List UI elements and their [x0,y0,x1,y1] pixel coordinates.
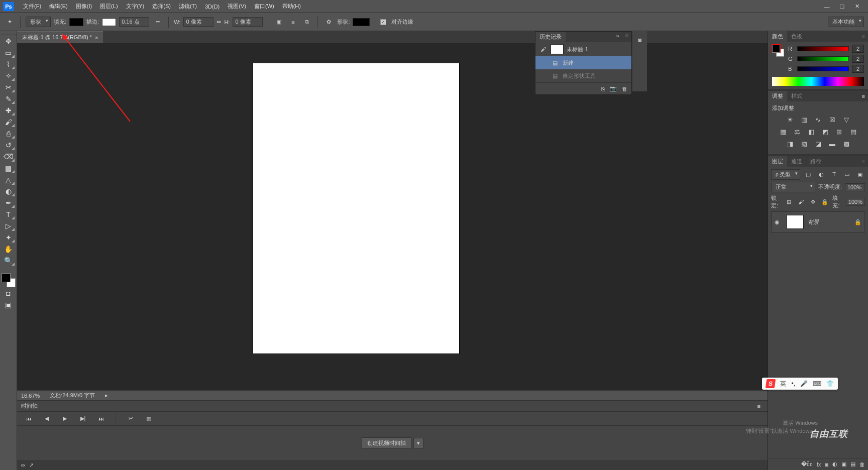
crop-tool[interactable]: ✂ [2,82,15,93]
color-panel-swatches[interactable] [772,45,784,57]
screen-mode-icon[interactable]: ▣ [2,299,15,310]
gear-icon[interactable]: ✿ [323,17,334,28]
g-value[interactable]: 2 [852,55,864,63]
blend-mode-dropdown[interactable]: 正常 [771,182,815,192]
adjustments-tab[interactable]: 调整 [768,91,787,101]
exposure-icon[interactable]: ☒ [828,115,837,124]
filter-adjust-icon[interactable]: ◐ [816,169,826,180]
posterize-icon[interactable]: ▧ [800,139,809,148]
color-panel-menu-icon[interactable]: ≡ [859,34,868,40]
foreground-background-swatches[interactable] [2,273,16,287]
path-ops-icon[interactable]: ▣ [273,17,284,28]
hue-sat-icon[interactable]: ▦ [779,127,788,136]
color-spectrum[interactable] [772,77,864,86]
pen-tool[interactable]: ✒ [2,197,15,208]
lasso-tool[interactable]: ⌇ [2,59,15,70]
invert-icon[interactable]: ◨ [786,139,795,148]
b-slider[interactable] [797,66,849,71]
ime-voice-icon[interactable]: 🎤 [800,380,808,387]
timeline-transition-icon[interactable]: ▨ [143,413,154,424]
brightness-icon[interactable]: ☀ [786,115,795,124]
selective-color-icon[interactable]: ▩ [842,139,851,148]
filter-smart-icon[interactable]: ▣ [855,169,865,180]
brush-tool[interactable]: 🖌 [2,116,15,128]
layer-name[interactable]: 背景 [808,218,819,226]
ime-punct[interactable]: •, [791,380,795,387]
g-slider[interactable] [797,56,849,61]
b-value[interactable]: 2 [852,65,864,73]
filter-pixel-icon[interactable]: ▢ [803,169,813,180]
bw-icon[interactable]: ◧ [807,127,816,136]
layer-lock-icon[interactable]: 🔒 [854,219,861,225]
menu-file[interactable]: 文件(F) [19,1,45,12]
channel-mixer-icon[interactable]: ⊞ [835,127,844,136]
history-state-row[interactable]: ▤ 自定形状工具 [535,69,631,82]
layer-thumbnail[interactable] [787,215,804,229]
close-tab-icon[interactable]: × [95,35,98,41]
lock-trans-icon[interactable]: ⊞ [784,196,793,207]
fill-swatch[interactable] [69,18,83,26]
custom-shape-tool[interactable]: ✦ [2,232,15,243]
collapsed-panel-icon[interactable]: ◙ [634,34,645,45]
r-value[interactable]: 2 [852,45,864,53]
dodge-tool[interactable]: ◐ [2,186,15,197]
filter-type-icon[interactable]: T [829,169,839,180]
collapsed-panel-icon[interactable]: ≡ [634,51,645,62]
lock-move-icon[interactable]: ✥ [808,196,817,207]
r-slider[interactable] [797,46,849,51]
delete-layer-icon[interactable]: 🗑 [859,461,865,467]
layer-mask-icon[interactable]: ◙ [825,461,828,467]
timeline-cut-icon[interactable]: ✂ [125,413,136,424]
menu-window[interactable]: 窗口(W) [250,1,278,12]
ime-lang[interactable]: 英 [780,380,786,388]
timeline-tab[interactable]: 时间轴 [21,402,38,410]
link-layers-icon[interactable]: �ში [801,461,813,467]
ime-toolbar[interactable]: S 英 •, 🎤 ⌨ 👕 [762,378,838,390]
threshold-icon[interactable]: ◪ [814,139,823,148]
swatches-tab[interactable]: 色板 [787,31,806,42]
menu-select[interactable]: 选择(S) [148,1,175,12]
history-state-row[interactable]: ▤ 新建 [535,56,631,69]
eyedropper-tool[interactable]: ✎ [2,93,15,104]
menu-edit[interactable]: 编辑(E) [45,1,72,12]
history-snapshot-row[interactable]: 🖌 未标题-1 [535,42,631,56]
menu-layer[interactable]: 图层(L) [96,1,122,12]
ime-skin-icon[interactable]: 👕 [826,380,834,387]
layer-filter-dropdown[interactable]: ρ 类型 [771,169,800,180]
quick-mask-icon[interactable]: ◘ [2,288,15,299]
levels-icon[interactable]: ▥ [800,115,809,124]
new-layer-icon[interactable]: ▤ [850,461,855,467]
adjustments-menu-icon[interactable]: ≡ [859,93,868,99]
new-group-icon[interactable]: ▣ [841,461,846,467]
blur-tool[interactable]: △ [2,174,15,185]
custom-shape-picker[interactable] [353,18,370,26]
ime-keyboard-icon[interactable]: ⌨ [813,380,821,387]
styles-tab[interactable]: 样式 [787,91,806,101]
link-wh-icon[interactable]: ⇔ [216,19,221,25]
magic-wand-tool[interactable]: ✧ [2,70,15,81]
history-brush-source-icon[interactable]: 🖌 [538,45,548,54]
document-tab[interactable]: 未标题-1 @ 16.7%(RGB/8) * × [17,31,103,43]
stroke-style-dropdown[interactable]: ━ [152,17,163,28]
paths-tab[interactable]: 路径 [806,156,825,167]
menu-view[interactable]: 视图(V) [224,1,250,12]
window-maximize-button[interactable]: ▢ [838,3,846,10]
menu-filter[interactable]: 滤镜(T) [175,1,201,12]
timeline-prev-frame-icon[interactable]: ◀ [41,413,52,424]
lookup-icon[interactable]: ▤ [849,127,858,136]
channels-tab[interactable]: 通道 [787,156,806,167]
curves-icon[interactable]: ∿ [814,115,823,124]
healing-brush-tool[interactable]: ✚ [2,105,15,116]
zoom-level[interactable]: 16.67% [21,393,40,399]
filter-shape-icon[interactable]: ▭ [842,169,852,180]
history-delete-icon[interactable]: 🗑 [622,86,627,92]
zoom-tool[interactable]: 🔍 [2,255,15,266]
window-minimize-button[interactable]: — [823,3,831,10]
clone-stamp-tool[interactable]: ⎙ [2,128,15,139]
stroke-width-field[interactable]: 0.16 点 [119,17,149,27]
timeline-loop-icon[interactable]: ∞ [21,462,25,468]
menu-type[interactable]: 文字(Y) [122,1,149,12]
gradient-map-icon[interactable]: ▬ [828,139,837,148]
color-tab[interactable]: 颜色 [768,31,787,42]
menu-help[interactable]: 帮助(H) [278,1,305,12]
